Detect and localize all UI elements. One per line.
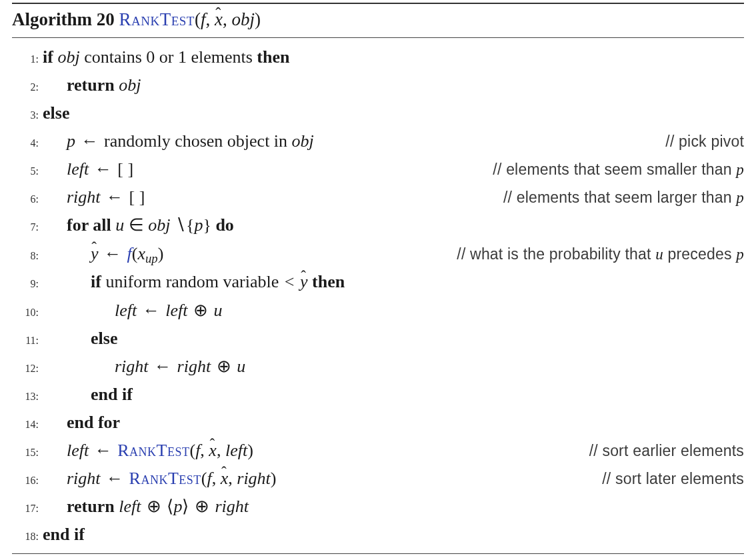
kw-else: else [91,329,117,348]
comment-var: p [736,161,744,178]
var-left: left [67,159,89,179]
comment-text: // elements that seem smaller than [493,161,736,178]
code-line: 13: end if [12,381,744,409]
kw-if: if [91,272,101,291]
text: uniform random variable [101,272,283,291]
arg-x-hat: x [215,9,223,29]
code: p ← randomly chosen object in obj [43,127,648,155]
var-obj: obj [119,75,141,95]
elem-of-icon: ∈ [124,215,148,235]
line-number: 13: [12,383,39,405]
var-left: left [115,301,137,320]
kw-return: return [67,497,115,516]
var-y-hat: y [91,244,99,263]
code: y ← f(xup) [43,240,439,269]
paren-close: ) [271,469,277,488]
kw-if: if [43,47,53,67]
code-line: 4: p ← randomly chosen object in obj // … [12,127,744,155]
code-line: 8: y ← f(xup) // what is the probability… [12,240,744,269]
line-number: 11: [12,327,39,349]
brace-close: } [203,215,215,235]
code: left ← RankTest(f, x, left) [43,437,572,465]
arrow-icon: ← [137,301,165,320]
line-number: 8: [12,242,39,265]
arrow-icon: ← [75,131,104,151]
arrow-icon: ← [101,187,129,207]
kw-for: for all [67,215,111,235]
oplus-icon: ⊕ [141,497,167,516]
code-line: 17: return left ⊕ ⟨p⟩ ⊕ right [12,493,744,521]
code: right ← right ⊕ u [43,353,740,381]
code-line: 2: return obj [12,71,744,99]
var-left: left [119,497,141,516]
kw-endfor: end for [67,413,120,432]
code-line: 16: right ← RankTest(f, x, right) // sor… [12,465,744,493]
code-line: 15: left ← RankTest(f, x, left) // sort … [12,437,744,465]
code-line: 14: end for [12,409,744,437]
function-name: RankTest [119,9,194,29]
paren-close: ) [247,441,253,460]
code: right ← RankTest(f, x, right) [43,465,585,493]
algorithm-body: 1: if obj contains 0 or 1 elements then … [12,38,744,549]
text: randomly chosen object in [104,131,292,151]
kw-then: then [257,47,289,67]
setminus: ∖{ [170,215,194,235]
var-f: f [207,469,211,488]
var-p: p [173,497,182,516]
empty-list: [ ] [117,159,133,179]
var-u: u [213,301,222,320]
text: contains 0 or 1 elements [80,47,257,67]
var-y-hat: y [300,272,308,291]
arg-sep-1: , [205,9,215,29]
line-number: 14: [12,411,39,433]
var-x-hat: x [209,441,217,460]
code: else [43,99,740,127]
var-right: right [237,469,271,488]
line-number: 17: [12,495,39,517]
var-p: p [67,131,75,151]
line-number: 12: [12,355,39,377]
code: left ← left ⊕ u [43,297,740,325]
code: end if [43,521,740,549]
var-right: right [215,497,249,516]
line-number: 16: [12,467,39,489]
kw-do: do [215,215,233,235]
code-line: 3: else [12,99,744,127]
var-obj: obj [148,215,170,235]
code: return obj [43,71,740,99]
line-number: 1: [12,45,39,68]
comment: // what is the probability that u preced… [443,242,744,267]
var-u: u [237,357,245,376]
paren-close: ) [158,244,164,263]
var-obj: obj [57,47,79,67]
code-line: 11: else [12,325,744,353]
comment-var: u [655,246,663,263]
var-f: f [127,244,132,263]
var-u: u [115,215,124,235]
code: return left ⊕ ⟨p⟩ ⊕ right [43,493,740,521]
code: if obj contains 0 or 1 elements then [43,43,740,71]
var-left: left [165,301,187,320]
code-line: 12: right ← right ⊕ u [12,353,744,381]
function-name: RankTest [117,441,189,460]
lt-icon: < [283,272,296,291]
line-number: 15: [12,439,39,461]
var-right: right [115,357,149,376]
code: for all u ∈ obj ∖{p} do [43,211,740,239]
code: right ← [ ] [43,183,486,211]
oplus-icon: ⊕ [187,301,213,320]
arg-sep-2: , [223,9,232,29]
var-left: left [67,441,89,460]
subscript: up [145,251,158,265]
var-right: right [177,357,211,376]
arrow-icon: ← [89,159,117,179]
line-number: 7: [12,213,39,236]
rule-bottom [12,553,744,554]
code-line: 18: end if [12,521,744,549]
code: end for [43,409,740,437]
algorithm-header: Algorithm 20 RankTest(f, x, obj) [12,4,744,37]
angle-open: ⟨ [167,497,173,516]
line-number: 5: [12,157,39,180]
args-close: ) [255,9,261,29]
line-number: 2: [12,73,39,96]
